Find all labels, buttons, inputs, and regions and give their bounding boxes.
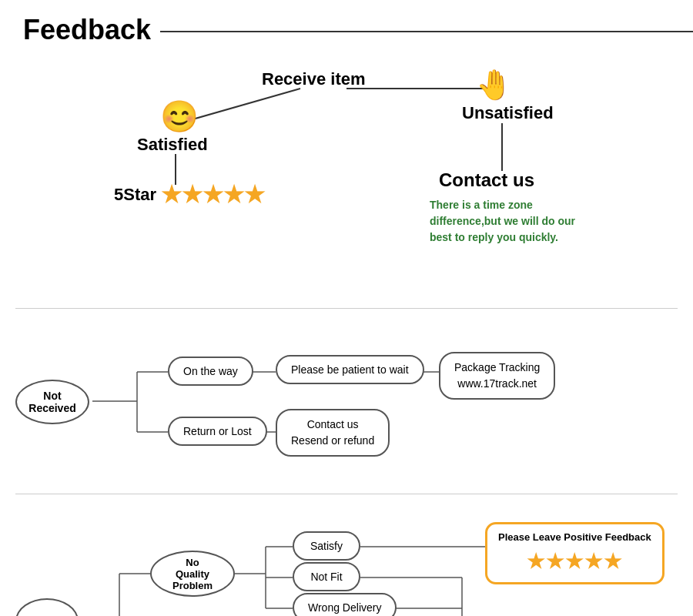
wrong-delivery-node: Wrong Delivery (293, 593, 397, 616)
top-section: Receive item 😊 Satisfied 5Star ★★★★★ 🤚 U… (0, 46, 693, 308)
title-text: Feedback (23, 14, 151, 46)
return-lost-node: Return or Lost (168, 417, 267, 446)
received-node: Received (15, 598, 79, 616)
five-star-row: 5Star ★★★★★ (114, 181, 265, 208)
positive-feedback-label: Please Leave Positive Feedback (498, 531, 651, 544)
five-star-label: 5Star (114, 185, 156, 205)
unsatisfied-label: Unsatisfied (462, 103, 554, 123)
section-divider (15, 308, 678, 309)
no-quality-problem-node: No Quality Problem (150, 551, 235, 597)
satisfied-emoji: 😊 (160, 99, 199, 135)
not-received-section: Not Received On the way Return or Lost P… (0, 316, 693, 494)
contact-resend-node: Contact us Resend or refund (276, 409, 390, 457)
not-fit-node: Not Fit (293, 562, 360, 591)
contact-us-top: Contact us (439, 169, 534, 191)
contact-us-subtext: There is a time zone difference,but we w… (430, 197, 591, 246)
star-icons: ★★★★★ (161, 181, 265, 208)
section-divider-2 (15, 494, 678, 494)
svg-line-0 (192, 89, 300, 119)
title-divider (160, 31, 693, 32)
satisfied-label: Satisfied (137, 135, 208, 155)
on-the-way-node: On the way (168, 357, 253, 386)
patient-wait-node: Please be patient to wait (276, 355, 424, 384)
satisfy-node: Satisfy (293, 531, 360, 561)
receive-item-label: Receive item (262, 69, 366, 89)
positive-feedback-stars: ★★★★★ (498, 547, 651, 575)
package-tracking-node: Package Tracking www.17track.net (439, 352, 555, 400)
not-received-node: Not Received (15, 380, 89, 424)
section1-lines (0, 316, 693, 494)
positive-feedback-box: Please Leave Positive Feedback ★★★★★ (485, 522, 665, 584)
received-section: Received No Quality Problem Quality Prob… (0, 500, 693, 616)
unsatisfied-emoji: 🤚 (476, 68, 512, 102)
page-title: Feedback (0, 0, 693, 46)
